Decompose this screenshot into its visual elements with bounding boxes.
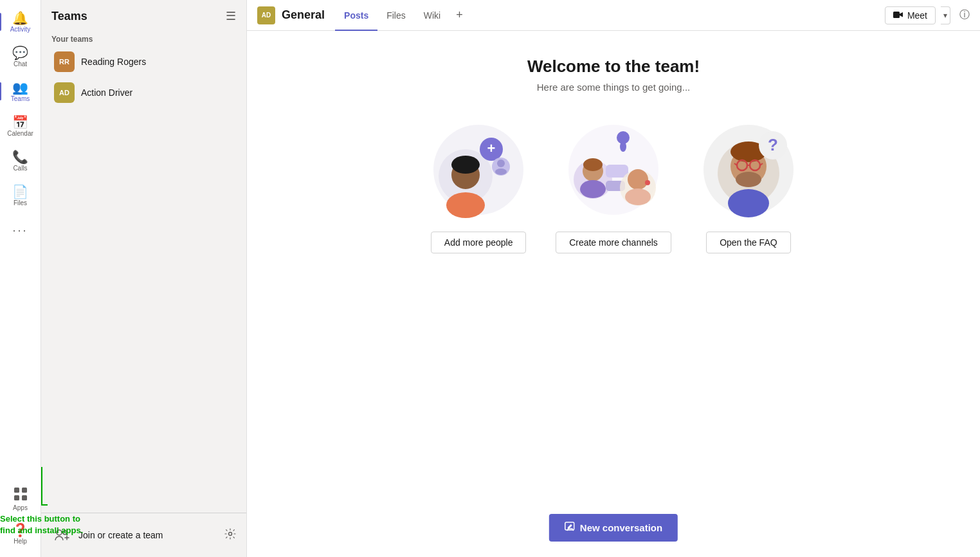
svg-rect-2: [14, 495, 19, 500]
svg-point-30: [628, 169, 648, 190]
nav-item-activity[interactable]: 🔔 Activity: [4, 5, 37, 39]
teams-icon: 👥: [12, 81, 28, 94]
sidebar-bottom: Join or create a team: [41, 513, 246, 557]
team-item-reading-rogers[interactable]: RR Reading Rogers ···: [44, 46, 244, 77]
nav-label-activity: Activity: [10, 26, 31, 33]
svg-rect-1: [22, 488, 27, 493]
svg-point-4: [57, 530, 62, 535]
svg-point-18: [497, 160, 505, 167]
nav-label-calls: Calls: [13, 165, 27, 172]
svg-point-32: [645, 180, 650, 185]
add-people-card: + Add more people: [427, 118, 530, 253]
svg-point-14: [451, 156, 480, 174]
compose-icon: [565, 522, 575, 534]
create-channels-card: Create more channels: [556, 118, 671, 253]
join-team-label: Join or create a team: [78, 530, 224, 540]
tab-list: Posts Files Wiki +: [335, 0, 469, 30]
apps-icon: [14, 487, 28, 503]
main-content: AD General Posts Files Wiki + Meet ▾ ⓘ: [247, 0, 980, 557]
svg-text:+: +: [487, 140, 496, 156]
teams-sidebar: Teams ☰ Your teams RR Reading Rogers ···…: [41, 0, 247, 557]
activity-icon: 🔔: [12, 12, 28, 24]
your-teams-label: Your teams: [41, 30, 246, 46]
nav-item-calendar[interactable]: 📅 Calendar: [4, 109, 37, 143]
settings-icon[interactable]: [224, 528, 236, 542]
more-dots-icon: ···: [12, 224, 28, 237]
files-icon: 📄: [12, 185, 28, 198]
left-nav: 🔔 Activity 💬 Chat 👥 Teams 📅 Calendar 📞 C…: [0, 0, 41, 557]
team-name-action-driver: Action Driver: [81, 87, 225, 98]
welcome-subtitle: Here are some things to get going...: [537, 82, 690, 93]
team-avatar-ad: AD: [54, 82, 75, 103]
sidebar-header: Teams ☰: [41, 0, 246, 30]
channel-name: General: [282, 8, 325, 22]
meet-button[interactable]: Meet: [885, 6, 936, 24]
nav-item-more[interactable]: ···: [4, 214, 37, 247]
nav-item-teams[interactable]: 👥 Teams: [4, 75, 37, 108]
svg-text:?: ?: [768, 135, 778, 154]
welcome-title: Welcome to the team!: [527, 57, 700, 77]
create-channels-button[interactable]: Create more channels: [556, 232, 671, 253]
nav-label-calendar: Calendar: [7, 130, 33, 137]
new-conversation-label: New conversation: [580, 522, 662, 533]
join-team-icon: [51, 525, 72, 545]
svg-point-5: [63, 531, 67, 534]
team-item-action-driver[interactable]: AD Action Driver ···: [44, 77, 244, 108]
create-channels-illustration: [562, 118, 665, 221]
nav-item-apps[interactable]: Apps: [4, 482, 37, 516]
add-people-button[interactable]: Add more people: [431, 232, 527, 253]
nav-label-files: Files: [14, 199, 27, 206]
nav-label-teams: Teams: [11, 95, 30, 102]
sidebar-menu-icon[interactable]: ☰: [226, 9, 236, 23]
action-cards: + Add more people: [427, 118, 800, 253]
svg-rect-9: [893, 12, 900, 18]
top-bar: AD General Posts Files Wiki + Meet ▾ ⓘ: [247, 0, 980, 31]
nav-item-files[interactable]: 📄 Files: [4, 179, 37, 212]
chat-icon: 💬: [12, 46, 28, 59]
sidebar-title: Teams: [51, 10, 87, 23]
svg-rect-3: [22, 495, 27, 500]
team-badge: AD: [257, 6, 275, 24]
nav-item-chat[interactable]: 💬 Chat: [4, 40, 37, 73]
tab-posts[interactable]: Posts: [335, 1, 377, 31]
tab-wiki[interactable]: Wiki: [415, 1, 449, 31]
tab-add-button[interactable]: +: [449, 0, 469, 30]
join-team-item[interactable]: Join or create a team: [41, 518, 246, 552]
add-people-illustration: +: [427, 118, 530, 221]
svg-point-12: [446, 192, 485, 218]
svg-point-19: [495, 169, 507, 175]
svg-point-43: [728, 189, 769, 217]
help-icon: ❓: [12, 524, 28, 536]
open-faq-button[interactable]: Open the FAQ: [706, 232, 791, 253]
svg-point-25: [580, 180, 606, 198]
nav-label-help: Help: [14, 538, 27, 545]
svg-point-31: [625, 188, 651, 205]
svg-point-22: [620, 142, 626, 152]
new-conversation-button[interactable]: New conversation: [549, 514, 678, 542]
calendar-icon: 📅: [12, 116, 28, 129]
nav-label-chat: Chat: [14, 60, 27, 68]
video-icon: [893, 10, 903, 21]
svg-point-26: [583, 158, 603, 171]
calls-icon: 📞: [12, 151, 28, 163]
open-faq-illustration: ?: [697, 118, 800, 221]
svg-rect-0: [14, 488, 19, 493]
team-avatar-rr: RR: [54, 51, 75, 72]
svg-point-42: [736, 172, 761, 187]
meet-label: Meet: [907, 10, 927, 21]
open-faq-card: ? Open the FAQ: [697, 118, 800, 253]
nav-label-apps: Apps: [13, 504, 28, 511]
svg-point-8: [229, 533, 232, 536]
tab-files[interactable]: Files: [377, 1, 415, 31]
meet-chevron[interactable]: ▾: [941, 6, 950, 24]
nav-item-help[interactable]: ❓ Help: [4, 517, 37, 551]
team-name-reading-rogers: Reading Rogers: [81, 57, 225, 67]
info-icon[interactable]: ⓘ: [959, 8, 970, 22]
nav-item-calls[interactable]: 📞 Calls: [4, 144, 37, 178]
welcome-area: Welcome to the team! Here are some thing…: [247, 31, 980, 557]
